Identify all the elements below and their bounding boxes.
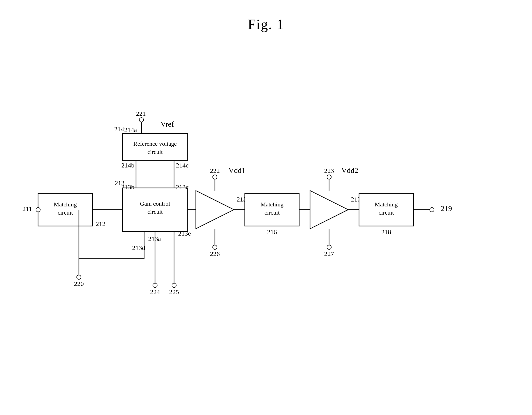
gain-control-label-line1: Gain control: [140, 200, 170, 207]
label-vref: Vref: [160, 120, 174, 128]
matching-circuit-3-label-line1: Matching: [375, 201, 398, 208]
ref-voltage-label-line2: circuit: [147, 148, 163, 155]
label-226: 226: [210, 250, 220, 257]
port-211: [36, 207, 40, 212]
port-221: [139, 118, 144, 122]
label-227: 227: [324, 250, 334, 257]
label-225: 225: [169, 288, 179, 295]
label-221: 221: [136, 110, 146, 117]
amplifier-1: [196, 191, 234, 229]
label-214a: 214a: [124, 126, 137, 133]
label-220: 220: [74, 280, 84, 287]
port-222: [213, 175, 217, 179]
ref-voltage-label-line1: Reference voltage: [133, 140, 177, 147]
diagram-container: Matching circuit 211 212 Gain control ci…: [22, 87, 511, 387]
label-214b: 214b: [121, 162, 134, 169]
label-211: 211: [22, 205, 32, 212]
port-226: [213, 245, 217, 249]
label-213d: 213d: [132, 244, 145, 251]
label-213c: 213c: [176, 184, 189, 191]
matching-circuit-1-label-line1: Matching: [54, 201, 77, 208]
label-223: 223: [324, 167, 334, 174]
page-title: Fig. 1: [0, 0, 532, 32]
label-214c: 214c: [176, 162, 189, 169]
label-219: 219: [441, 204, 452, 213]
port-223: [327, 175, 331, 179]
port-220: [77, 275, 81, 279]
port-219: [430, 207, 434, 212]
label-213e: 213e: [178, 230, 191, 237]
port-225: [172, 283, 176, 288]
port-224: [153, 283, 157, 288]
matching-circuit-3-label-line2: circuit: [379, 209, 394, 216]
ref-voltage-box: [122, 133, 188, 161]
label-218: 218: [381, 228, 391, 236]
matching-circuit-2-label-line2: circuit: [264, 209, 280, 216]
matching-circuit-2-label-line1: Matching: [261, 201, 283, 208]
matching-circuit-1-label-line2: circuit: [58, 209, 73, 216]
label-212: 212: [96, 220, 106, 227]
label-214: 214: [114, 126, 124, 133]
label-224: 224: [150, 288, 160, 295]
label-222: 222: [210, 167, 220, 174]
label-vdd2: Vdd2: [341, 166, 358, 175]
port-227: [327, 245, 331, 249]
label-216: 216: [267, 228, 277, 236]
label-213b: 213b: [121, 184, 134, 191]
gain-control-label-line2: circuit: [147, 208, 163, 215]
amplifier-2: [310, 191, 348, 229]
label-213a: 213a: [148, 235, 161, 242]
label-vdd1: Vdd1: [228, 166, 245, 175]
